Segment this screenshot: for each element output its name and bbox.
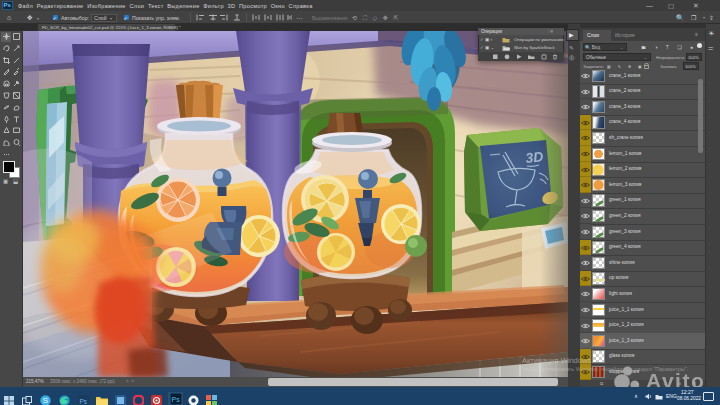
- svg-text:Ps: Ps: [80, 398, 88, 405]
- svg-text:S: S: [43, 396, 48, 405]
- svg-text:Ps: Ps: [172, 396, 181, 403]
